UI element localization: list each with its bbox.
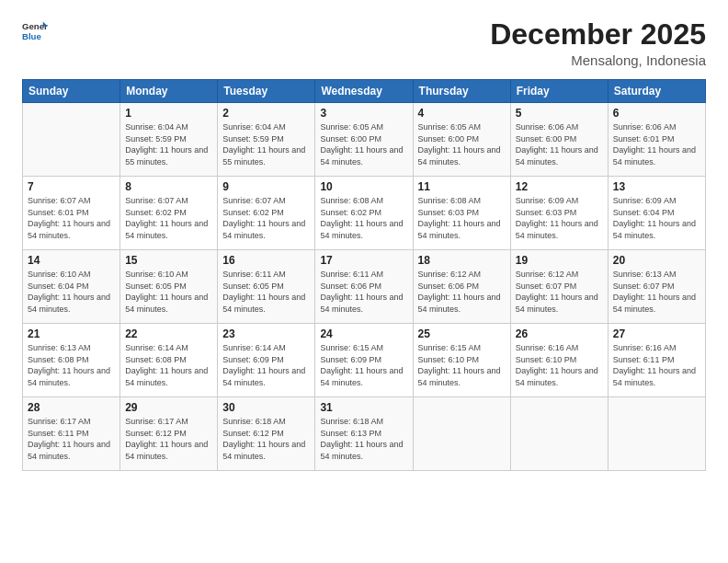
day-number: 13 bbox=[613, 180, 700, 193]
col-sunday: Sunday bbox=[23, 80, 120, 103]
page: General Blue December 2025 Mensalong, In… bbox=[0, 0, 728, 563]
table-row: 19Sunrise: 6:12 AMSunset: 6:07 PMDayligh… bbox=[510, 250, 608, 324]
day-info: Sunrise: 6:18 AMSunset: 6:13 PMDaylight:… bbox=[320, 416, 407, 462]
day-number: 29 bbox=[125, 401, 212, 414]
header: General Blue December 2025 Mensalong, In… bbox=[22, 18, 706, 68]
day-info: Sunrise: 6:11 AMSunset: 6:06 PMDaylight:… bbox=[320, 269, 407, 315]
day-info: Sunrise: 6:12 AMSunset: 6:07 PMDaylight:… bbox=[516, 269, 603, 315]
day-number: 15 bbox=[125, 254, 212, 267]
calendar-week-row: 1Sunrise: 6:04 AMSunset: 5:59 PMDaylight… bbox=[23, 103, 706, 177]
day-info: Sunrise: 6:14 AMSunset: 6:09 PMDaylight:… bbox=[222, 342, 310, 388]
day-number: 26 bbox=[516, 327, 603, 340]
table-row: 10Sunrise: 6:08 AMSunset: 6:02 PMDayligh… bbox=[315, 177, 413, 250]
table-row: 12Sunrise: 6:09 AMSunset: 6:03 PMDayligh… bbox=[510, 177, 608, 250]
table-row: 18Sunrise: 6:12 AMSunset: 6:06 PMDayligh… bbox=[413, 250, 510, 324]
calendar-week-row: 14Sunrise: 6:10 AMSunset: 6:04 PMDayligh… bbox=[23, 250, 706, 324]
day-number: 20 bbox=[613, 254, 700, 267]
day-number: 18 bbox=[418, 254, 506, 267]
day-info: Sunrise: 6:10 AMSunset: 6:04 PMDaylight:… bbox=[28, 269, 115, 315]
day-info: Sunrise: 6:06 AMSunset: 6:00 PMDaylight:… bbox=[516, 121, 603, 167]
day-info: Sunrise: 6:04 AMSunset: 5:59 PMDaylight:… bbox=[125, 121, 212, 167]
day-number: 19 bbox=[516, 254, 603, 267]
svg-text:Blue: Blue bbox=[22, 31, 41, 41]
day-number: 10 bbox=[320, 180, 407, 193]
table-row: 22Sunrise: 6:14 AMSunset: 6:08 PMDayligh… bbox=[120, 324, 218, 397]
day-number: 11 bbox=[418, 180, 506, 193]
table-row: 14Sunrise: 6:10 AMSunset: 6:04 PMDayligh… bbox=[23, 250, 120, 324]
calendar-table: Sunday Monday Tuesday Wednesday Thursday… bbox=[22, 79, 706, 471]
table-row: 9Sunrise: 6:07 AMSunset: 6:02 PMDaylight… bbox=[218, 177, 315, 250]
title-block: December 2025 Mensalong, Indonesia bbox=[490, 18, 706, 68]
table-row: 21Sunrise: 6:13 AMSunset: 6:08 PMDayligh… bbox=[23, 324, 120, 397]
day-info: Sunrise: 6:13 AMSunset: 6:07 PMDaylight:… bbox=[613, 269, 700, 315]
day-info: Sunrise: 6:07 AMSunset: 6:02 PMDaylight:… bbox=[125, 195, 212, 241]
day-number: 22 bbox=[125, 327, 212, 340]
day-number: 6 bbox=[613, 107, 700, 120]
day-number: 31 bbox=[320, 401, 407, 414]
table-row: 8Sunrise: 6:07 AMSunset: 6:02 PMDaylight… bbox=[120, 177, 218, 250]
day-info: Sunrise: 6:09 AMSunset: 6:04 PMDaylight:… bbox=[613, 195, 700, 241]
day-info: Sunrise: 6:06 AMSunset: 6:01 PMDaylight:… bbox=[613, 121, 700, 167]
day-number: 5 bbox=[516, 107, 603, 120]
calendar-week-row: 21Sunrise: 6:13 AMSunset: 6:08 PMDayligh… bbox=[23, 324, 706, 397]
day-number: 27 bbox=[613, 327, 700, 340]
day-info: Sunrise: 6:16 AMSunset: 6:10 PMDaylight:… bbox=[516, 342, 603, 388]
calendar-week-row: 7Sunrise: 6:07 AMSunset: 6:01 PMDaylight… bbox=[23, 177, 706, 250]
col-friday: Friday bbox=[510, 80, 608, 103]
day-number: 12 bbox=[516, 180, 603, 193]
day-number: 8 bbox=[125, 180, 212, 193]
month-year: December 2025 bbox=[490, 18, 706, 51]
day-number: 17 bbox=[320, 254, 407, 267]
col-thursday: Thursday bbox=[413, 80, 510, 103]
table-row bbox=[510, 397, 608, 471]
day-info: Sunrise: 6:15 AMSunset: 6:09 PMDaylight:… bbox=[320, 342, 407, 388]
day-number: 9 bbox=[222, 180, 310, 193]
day-info: Sunrise: 6:07 AMSunset: 6:01 PMDaylight:… bbox=[28, 195, 115, 241]
day-number: 3 bbox=[320, 107, 407, 120]
day-info: Sunrise: 6:17 AMSunset: 6:11 PMDaylight:… bbox=[28, 416, 115, 462]
day-number: 14 bbox=[28, 254, 115, 267]
day-info: Sunrise: 6:08 AMSunset: 6:02 PMDaylight:… bbox=[320, 195, 407, 241]
col-wednesday: Wednesday bbox=[315, 80, 413, 103]
table-row: 30Sunrise: 6:18 AMSunset: 6:12 PMDayligh… bbox=[218, 397, 315, 471]
table-row: 7Sunrise: 6:07 AMSunset: 6:01 PMDaylight… bbox=[23, 177, 120, 250]
calendar-week-row: 28Sunrise: 6:17 AMSunset: 6:11 PMDayligh… bbox=[23, 397, 706, 471]
day-number: 21 bbox=[28, 327, 115, 340]
col-monday: Monday bbox=[120, 80, 218, 103]
table-row: 25Sunrise: 6:15 AMSunset: 6:10 PMDayligh… bbox=[413, 324, 510, 397]
day-info: Sunrise: 6:08 AMSunset: 6:03 PMDaylight:… bbox=[418, 195, 506, 241]
table-row: 5Sunrise: 6:06 AMSunset: 6:00 PMDaylight… bbox=[510, 103, 608, 177]
table-row bbox=[23, 103, 120, 177]
calendar-header-row: Sunday Monday Tuesday Wednesday Thursday… bbox=[23, 80, 706, 103]
day-number: 28 bbox=[28, 401, 115, 414]
day-number: 2 bbox=[222, 107, 310, 120]
table-row: 27Sunrise: 6:16 AMSunset: 6:11 PMDayligh… bbox=[608, 324, 705, 397]
table-row: 16Sunrise: 6:11 AMSunset: 6:05 PMDayligh… bbox=[218, 250, 315, 324]
day-info: Sunrise: 6:04 AMSunset: 5:59 PMDaylight:… bbox=[222, 121, 310, 167]
day-info: Sunrise: 6:07 AMSunset: 6:02 PMDaylight:… bbox=[222, 195, 310, 241]
table-row: 11Sunrise: 6:08 AMSunset: 6:03 PMDayligh… bbox=[413, 177, 510, 250]
day-number: 1 bbox=[125, 107, 212, 120]
day-number: 30 bbox=[222, 401, 310, 414]
table-row: 28Sunrise: 6:17 AMSunset: 6:11 PMDayligh… bbox=[23, 397, 120, 471]
logo: General Blue bbox=[22, 18, 48, 44]
table-row: 20Sunrise: 6:13 AMSunset: 6:07 PMDayligh… bbox=[608, 250, 705, 324]
day-number: 4 bbox=[418, 107, 506, 120]
col-saturday: Saturday bbox=[608, 80, 705, 103]
table-row: 1Sunrise: 6:04 AMSunset: 5:59 PMDaylight… bbox=[120, 103, 218, 177]
day-number: 25 bbox=[418, 327, 506, 340]
table-row: 6Sunrise: 6:06 AMSunset: 6:01 PMDaylight… bbox=[608, 103, 705, 177]
day-info: Sunrise: 6:16 AMSunset: 6:11 PMDaylight:… bbox=[613, 342, 700, 388]
table-row: 26Sunrise: 6:16 AMSunset: 6:10 PMDayligh… bbox=[510, 324, 608, 397]
day-info: Sunrise: 6:17 AMSunset: 6:12 PMDaylight:… bbox=[125, 416, 212, 462]
table-row: 17Sunrise: 6:11 AMSunset: 6:06 PMDayligh… bbox=[315, 250, 413, 324]
day-info: Sunrise: 6:11 AMSunset: 6:05 PMDaylight:… bbox=[222, 269, 310, 315]
logo-icon: General Blue bbox=[22, 18, 48, 44]
day-info: Sunrise: 6:09 AMSunset: 6:03 PMDaylight:… bbox=[516, 195, 603, 241]
day-number: 16 bbox=[222, 254, 310, 267]
day-info: Sunrise: 6:13 AMSunset: 6:08 PMDaylight:… bbox=[28, 342, 115, 388]
day-number: 23 bbox=[222, 327, 310, 340]
table-row: 2Sunrise: 6:04 AMSunset: 5:59 PMDaylight… bbox=[218, 103, 315, 177]
table-row: 29Sunrise: 6:17 AMSunset: 6:12 PMDayligh… bbox=[120, 397, 218, 471]
day-info: Sunrise: 6:18 AMSunset: 6:12 PMDaylight:… bbox=[222, 416, 310, 462]
